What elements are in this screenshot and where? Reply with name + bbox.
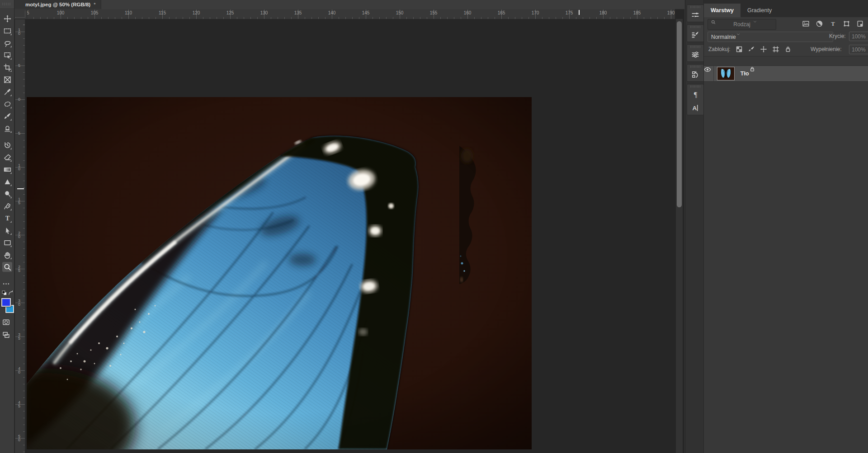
swap-colors-icon[interactable] bbox=[8, 290, 14, 295]
filter-kind-select[interactable]: Rodzaj bbox=[708, 19, 776, 30]
brush-settings-icon[interactable] bbox=[687, 8, 703, 22]
panel-group bbox=[687, 64, 704, 82]
tab-gradienty[interactable]: Gradienty bbox=[741, 4, 778, 17]
ruler-origin-corner[interactable] bbox=[14, 9, 27, 19]
h-ruler-label: 180 bbox=[599, 10, 607, 15]
h-ruler-label: 105 bbox=[91, 10, 99, 15]
color-controls bbox=[1, 290, 13, 297]
layer-visibility-toggle[interactable] bbox=[704, 66, 714, 81]
quick-mask-icon[interactable] bbox=[2, 318, 12, 328]
clone-stamp-tool-icon[interactable] bbox=[2, 123, 12, 133]
brushes-icon[interactable] bbox=[687, 28, 703, 42]
lock-position-icon[interactable] bbox=[760, 46, 767, 53]
vertical-ruler[interactable]: 10505101520253035404550 bbox=[15, 19, 25, 453]
lock-label: Zablokuj: bbox=[708, 46, 731, 52]
lock-buttons bbox=[736, 46, 792, 53]
object-selection-tool-icon[interactable] bbox=[2, 50, 12, 60]
hand-tool-icon[interactable] bbox=[2, 250, 12, 260]
butterfly-wing-photo bbox=[27, 97, 532, 449]
layer-list: Tło bbox=[704, 56, 868, 453]
lock-pixels-icon[interactable] bbox=[748, 46, 755, 53]
layer-thumbnail[interactable] bbox=[717, 67, 735, 80]
frame-tool-icon[interactable] bbox=[2, 75, 12, 84]
chevron-down-icon bbox=[736, 32, 830, 42]
path-selection-tool-icon[interactable] bbox=[2, 225, 12, 235]
filter-adjustment-layers-icon[interactable] bbox=[816, 20, 823, 28]
document-tab[interactable]: motyl.jpeg @ 50% (RGB/8) * bbox=[14, 0, 101, 9]
svg-text:T: T bbox=[5, 215, 9, 222]
properties-icon[interactable] bbox=[687, 48, 703, 61]
layer-name[interactable]: Tło bbox=[741, 70, 749, 77]
eraser-tool-icon[interactable] bbox=[2, 152, 12, 162]
brush-tool-icon[interactable] bbox=[2, 111, 12, 121]
h-ruler-label: 120 bbox=[193, 10, 200, 15]
screen-mode-icon[interactable] bbox=[2, 331, 12, 341]
h-ruler-label: 155 bbox=[430, 10, 438, 15]
search-icon bbox=[711, 19, 731, 29]
fill-label: Wypełnienie: bbox=[811, 46, 842, 52]
h-ruler-label: 145 bbox=[362, 10, 370, 15]
panel-group bbox=[687, 44, 704, 62]
modified-indicator: * bbox=[94, 2, 95, 7]
eye-icon bbox=[704, 66, 713, 81]
layer-row[interactable]: Tło bbox=[704, 65, 868, 82]
opacity-label: Krycie: bbox=[829, 33, 846, 39]
scrollbar-thumb[interactable] bbox=[677, 21, 682, 207]
type-tool-icon[interactable]: T bbox=[2, 213, 12, 223]
close-icon[interactable] bbox=[18, 2, 22, 7]
blur-tool-icon[interactable] bbox=[2, 177, 12, 187]
v-ruler-label: 10 bbox=[17, 28, 21, 35]
pen-tool-icon[interactable] bbox=[2, 201, 12, 211]
lock-artboard-icon[interactable] bbox=[772, 46, 779, 53]
horizontal-ruler[interactable]: 9510010511011512012513013514014515015516… bbox=[14, 9, 675, 19]
zoom-tool-icon[interactable] bbox=[2, 262, 12, 272]
ellipsis-icon[interactable] bbox=[2, 280, 12, 290]
lock-all-icon[interactable] bbox=[784, 46, 792, 53]
paragraph-icon[interactable]: ¶ bbox=[687, 88, 703, 101]
v-ruler-label: 45 bbox=[17, 401, 21, 408]
lasso-tool-icon[interactable] bbox=[2, 38, 12, 48]
dodge-tool-icon[interactable] bbox=[2, 189, 12, 199]
vertical-scrollbar[interactable] bbox=[676, 19, 683, 453]
filter-smart-objects-icon[interactable] bbox=[856, 20, 864, 28]
lock-transparency-icon[interactable] bbox=[736, 46, 743, 53]
eyedropper-tool-icon[interactable] bbox=[2, 87, 12, 97]
panel-header-strip bbox=[704, 0, 868, 4]
v-ruler-label: 15 bbox=[17, 197, 21, 205]
opacity-value[interactable]: 100% bbox=[849, 32, 868, 41]
history-icon[interactable] bbox=[687, 68, 703, 81]
fill-value[interactable]: 100% bbox=[849, 45, 868, 54]
filter-type-layers-icon[interactable]: T bbox=[829, 20, 837, 28]
history-brush-tool-icon[interactable] bbox=[2, 140, 12, 150]
photoshop-window: motyl.jpeg @ 50% (RGB/8) * 9510010511011… bbox=[0, 0, 868, 453]
filter-pixel-layers-icon[interactable] bbox=[802, 20, 810, 28]
move-tool-icon[interactable] bbox=[2, 14, 12, 23]
blend-mode-select[interactable]: Normalnie bbox=[708, 32, 833, 42]
document-title: motyl.jpeg @ 50% (RGB/8) bbox=[25, 2, 90, 7]
foreground-color-swatch[interactable] bbox=[1, 298, 11, 307]
tab-warstwy[interactable]: Warstwy bbox=[704, 4, 741, 17]
blend-mode-row: Normalnie Krycie: 100% bbox=[704, 31, 868, 42]
gradient-tool-icon[interactable] bbox=[2, 164, 12, 174]
h-ruler-label: 115 bbox=[159, 10, 166, 15]
h-ruler-label: 175 bbox=[566, 10, 573, 15]
blend-mode-value: Normalnie bbox=[711, 34, 736, 40]
rectangular-marquee-tool-icon[interactable] bbox=[2, 26, 12, 36]
spot-healing-brush-tool-icon[interactable] bbox=[2, 99, 12, 109]
character-icon[interactable]: A bbox=[687, 101, 703, 115]
rectangle-tool-icon[interactable] bbox=[2, 238, 12, 248]
default-colors-icon[interactable] bbox=[1, 290, 7, 295]
h-ruler-label: 190 bbox=[667, 10, 675, 15]
document-area: motyl.jpeg @ 50% (RGB/8) * 9510010511011… bbox=[14, 0, 684, 453]
v-ruler-label: 35 bbox=[17, 333, 21, 340]
h-ruler-label: 165 bbox=[498, 10, 505, 15]
v-ruler-label: 30 bbox=[17, 299, 21, 306]
filter-shape-layers-icon[interactable] bbox=[843, 20, 850, 28]
v-ruler-label: 10 bbox=[17, 163, 21, 171]
toolbar-grip[interactable] bbox=[0, 0, 14, 8]
panel-tab-bar: Warstwy Gradienty bbox=[704, 4, 868, 17]
v-ruler-label: 50 bbox=[17, 434, 21, 442]
panel-group: ¶A bbox=[687, 84, 704, 115]
crop-tool-icon[interactable] bbox=[2, 62, 12, 72]
canvas-image[interactable] bbox=[27, 97, 532, 449]
